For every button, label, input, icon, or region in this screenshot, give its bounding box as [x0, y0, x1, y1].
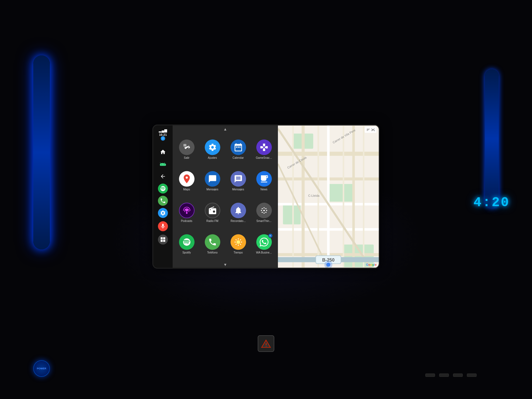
- app-maps[interactable]: Maps: [175, 166, 198, 196]
- android-nav-icon[interactable]: [158, 159, 168, 169]
- maps-icon: [179, 171, 195, 186]
- mic-mini-icon[interactable]: [158, 221, 168, 231]
- settings-mini-icon[interactable]: [158, 208, 168, 218]
- map-search-btn[interactable]: [365, 127, 377, 133]
- ajustes-icon: [205, 139, 220, 155]
- svg-rect-2: [238, 146, 239, 147]
- map-header: [365, 127, 377, 133]
- app-smartthings[interactable]: SmartThin...: [252, 198, 276, 227]
- wabusiness-icon: B: [256, 234, 272, 250]
- svg-point-12: [265, 212, 266, 213]
- podcasts-icon: [179, 203, 195, 218]
- blue-accent-left: [33, 55, 50, 249]
- vent-slot-2: [439, 374, 449, 377]
- wabusiness-badge: B: [268, 233, 273, 238]
- status-bar: ▂▄▆ 16:21 7: [153, 127, 173, 142]
- podcasts-label: Podcasts: [181, 219, 192, 222]
- app-telefono[interactable]: Teléfono: [201, 229, 224, 259]
- svg-point-6: [263, 209, 265, 211]
- svg-point-9: [261, 210, 262, 211]
- svg-line-23: [236, 244, 236, 245]
- app-mensajes1[interactable]: Mensajes: [201, 166, 224, 196]
- screen-inner: ▂▄▆ 16:21 7: [153, 126, 379, 268]
- back-nav-icon[interactable]: [158, 172, 168, 181]
- salir-icon: [179, 139, 195, 155]
- svg-rect-26: [328, 184, 354, 202]
- mensajes2-icon: [231, 171, 246, 186]
- gamesnac-label: GameSnac...: [256, 156, 272, 159]
- app-recordatorio[interactable]: Recordato...: [226, 198, 250, 227]
- svg-point-47: [326, 263, 331, 267]
- calendar-label: Calendar: [232, 156, 244, 159]
- vent-slot-3: [453, 374, 463, 377]
- calendar-icon: [231, 139, 246, 155]
- power-label: POWER: [37, 367, 46, 370]
- svg-rect-0: [183, 144, 186, 146]
- grid-mini-icon[interactable]: [158, 235, 168, 245]
- svg-rect-3: [239, 146, 241, 147]
- salir-label: Salir: [184, 156, 189, 159]
- smartthings-label: SmartThin...: [256, 219, 271, 222]
- gamesnac-icon: [256, 139, 272, 155]
- news-label: News: [260, 188, 267, 191]
- blue-accent-right: [485, 69, 499, 208]
- smartthings-icon: [256, 203, 272, 218]
- mensajes1-icon: [205, 171, 220, 186]
- svg-text:C-Lleida: C-Lleida: [308, 194, 320, 197]
- external-clock-display: 4:20: [474, 195, 510, 210]
- spotify-icon: [179, 234, 195, 250]
- tiempo-icon: [231, 234, 246, 250]
- hazard-button[interactable]: [258, 335, 274, 352]
- app-news[interactable]: News: [252, 166, 276, 196]
- app-spotify[interactable]: Spotify: [175, 229, 198, 259]
- telefono-label: Teléfono: [207, 251, 218, 254]
- news-icon: [256, 171, 272, 186]
- radio-icon: [205, 203, 220, 218]
- svg-point-15: [236, 240, 240, 244]
- app-mensajes2[interactable]: Mensajes: [226, 166, 250, 196]
- app-gamesnac[interactable]: GameSnac...: [252, 135, 276, 164]
- telefono-icon: [205, 234, 220, 250]
- left-status-panel: ▂▄▆ 16:21 7: [153, 126, 173, 268]
- hazard-button-area[interactable]: [258, 335, 274, 352]
- app-ajustes[interactable]: Ajustes: [201, 135, 224, 164]
- svg-line-21: [240, 244, 241, 245]
- screen-bezel: ▂▄▆ 16:21 7: [152, 125, 380, 269]
- svg-point-13: [265, 208, 266, 209]
- maps-label: Maps: [183, 188, 190, 191]
- app-grid: Salir Ajustes Calendar: [173, 132, 278, 261]
- app-salir[interactable]: Salir: [175, 135, 198, 164]
- map-panel[interactable]: B-250 Carrer de Ceuta Carrer de Vila Per…: [278, 126, 379, 268]
- mensajes1-label: Mensajes: [206, 188, 218, 191]
- spotify-mini-icon[interactable]: [158, 184, 168, 194]
- svg-point-11: [262, 208, 263, 209]
- svg-point-14: [262, 212, 263, 213]
- svg-rect-1: [236, 146, 237, 147]
- vent-slot-1: [425, 374, 435, 377]
- app-podcasts[interactable]: Podcasts: [175, 198, 198, 227]
- app-tiempo[interactable]: Tiempo: [226, 229, 250, 259]
- svg-line-20: [236, 239, 236, 240]
- app-calendar[interactable]: Calendar: [226, 135, 250, 164]
- phone-mini-icon[interactable]: [158, 196, 168, 206]
- notification-badge: 7: [161, 136, 165, 141]
- svg-line-22: [240, 239, 241, 240]
- home-nav-icon[interactable]: [158, 147, 168, 157]
- car-frame: ▂▄▆ 16:21 7: [0, 0, 532, 399]
- scroll-up-arrow[interactable]: ▲: [173, 126, 278, 132]
- svg-rect-5: [186, 212, 187, 214]
- vent-slot-4: [467, 374, 477, 377]
- recordatorio-icon: [231, 203, 246, 218]
- radio-label: Radio FM: [206, 219, 218, 222]
- svg-point-7: [264, 207, 265, 208]
- app-wabusiness[interactable]: B WA Busine...: [252, 229, 276, 259]
- google-logo: Google: [366, 263, 377, 266]
- power-button[interactable]: POWER: [33, 360, 50, 377]
- app-radio[interactable]: Radio FM: [201, 198, 224, 227]
- svg-point-8: [264, 212, 265, 213]
- signal-strength-icon: ▂▄▆: [159, 128, 167, 132]
- recordatorio-label: Recordato...: [231, 219, 245, 222]
- scroll-down-arrow[interactable]: ▼: [173, 261, 278, 268]
- mensajes2-label: Mensajes: [232, 188, 244, 191]
- wabusiness-label: WA Busine...: [256, 251, 272, 254]
